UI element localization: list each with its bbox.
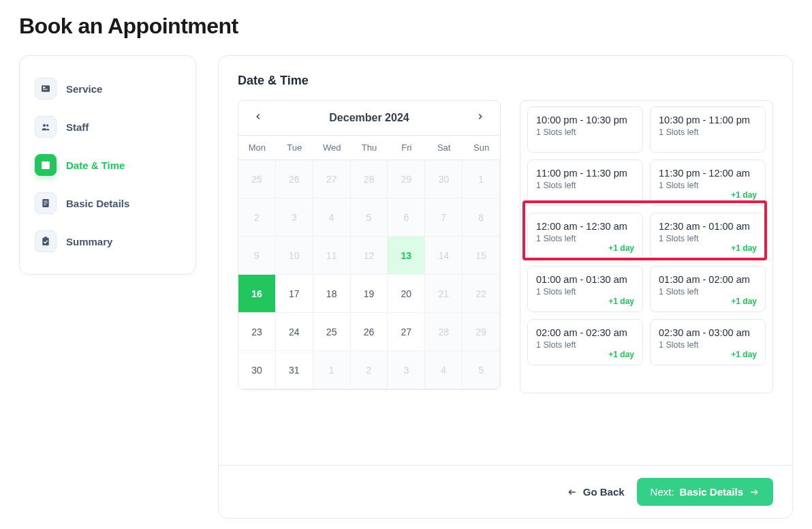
svg-rect-0 bbox=[42, 85, 50, 91]
slot-time-label: 10:00 pm - 10:30 pm bbox=[536, 114, 634, 127]
slot-time-label: 02:00 am - 02:30 am bbox=[536, 327, 634, 339]
calendar-day-cell[interactable]: 16 bbox=[238, 275, 276, 313]
calendar-day-cell[interactable]: 17 bbox=[276, 275, 313, 313]
slot-time-label: 02:30 am - 03:00 am bbox=[659, 327, 757, 339]
card-icon bbox=[35, 78, 57, 100]
slots-left-label: 1 Slots left bbox=[659, 234, 757, 243]
time-slot[interactable]: 01:30 am - 02:00 am1 Slots left+1 day bbox=[650, 266, 766, 312]
slots-left-label: 1 Slots left bbox=[536, 340, 634, 350]
calendar: December 2024 MonTueWedThuFriSatSun25262… bbox=[238, 100, 501, 390]
calendar-day-cell: 4 bbox=[425, 351, 463, 389]
plus-day-badge: +1 day bbox=[731, 297, 757, 306]
svg-rect-14 bbox=[42, 238, 48, 245]
calendar-day-cell: 5 bbox=[351, 198, 388, 237]
svg-point-3 bbox=[43, 124, 46, 127]
calendar-icon bbox=[35, 154, 57, 176]
time-slot[interactable]: 10:00 pm - 10:30 pm1 Slots left bbox=[527, 106, 643, 153]
time-slot[interactable]: 02:00 am - 02:30 am1 Slots left+1 day bbox=[527, 319, 643, 365]
slot-time-label: 01:30 am - 02:00 am bbox=[659, 273, 757, 286]
sidebar-item-label: Basic Details bbox=[66, 198, 129, 209]
time-slot[interactable]: 11:00 pm - 11:30 pm1 Slots left bbox=[527, 160, 643, 206]
slots-left-label: 1 Slots left bbox=[536, 127, 634, 137]
calendar-day-header: Sat bbox=[425, 136, 463, 160]
calendar-day-cell: 4 bbox=[313, 198, 351, 237]
steps-sidebar: ServiceStaffDate & TimeBasic DetailsSumm… bbox=[19, 55, 196, 275]
sidebar-item-staff[interactable]: Staff bbox=[29, 108, 186, 146]
calendar-day-cell: 25 bbox=[238, 160, 276, 198]
go-back-label: Go Back bbox=[583, 486, 625, 498]
next-prefix: Next: bbox=[651, 486, 674, 498]
slots-left-label: 1 Slots left bbox=[659, 127, 757, 137]
time-slot[interactable]: 12:30 am - 01:00 am1 Slots left+1 day bbox=[650, 213, 766, 259]
time-slot[interactable]: 12:00 am - 12:30 am1 Slots left+1 day bbox=[527, 213, 643, 259]
svg-rect-15 bbox=[44, 237, 47, 239]
calendar-day-cell[interactable]: 23 bbox=[238, 313, 276, 351]
calendar-day-cell[interactable]: 19 bbox=[351, 275, 388, 313]
svg-rect-6 bbox=[42, 162, 50, 164]
svg-rect-13 bbox=[44, 205, 46, 205]
calendar-day-cell: 14 bbox=[425, 237, 463, 275]
calendar-day-cell[interactable]: 20 bbox=[388, 275, 425, 313]
plus-day-badge: +1 day bbox=[608, 297, 634, 306]
next-strong: Basic Details bbox=[680, 486, 743, 498]
users-icon bbox=[35, 116, 57, 138]
calendar-day-header: Mon bbox=[238, 136, 276, 160]
main-panel: Date & Time December 2024 MonTueWedThuFr… bbox=[218, 55, 793, 519]
time-slots-panel[interactable]: 10:00 pm - 10:30 pm1 Slots left10:30 pm … bbox=[520, 100, 773, 393]
calendar-day-cell[interactable]: 13 bbox=[388, 237, 425, 275]
slots-left-label: 1 Slots left bbox=[659, 287, 757, 297]
calendar-day-cell[interactable]: 26 bbox=[351, 313, 388, 351]
calendar-day-cell: 5 bbox=[463, 351, 500, 389]
svg-rect-8 bbox=[47, 161, 48, 163]
prev-month-button[interactable] bbox=[251, 109, 266, 127]
time-slot[interactable]: 01:00 am - 01:30 am1 Slots left+1 day bbox=[527, 266, 643, 312]
calendar-day-cell[interactable]: 24 bbox=[276, 313, 313, 351]
sidebar-item-label: Staff bbox=[66, 121, 89, 133]
calendar-day-cell: 29 bbox=[463, 313, 500, 351]
slots-left-label: 1 Slots left bbox=[659, 181, 757, 190]
slots-left-label: 1 Slots left bbox=[659, 340, 757, 350]
svg-rect-12 bbox=[44, 202, 47, 203]
svg-rect-2 bbox=[43, 89, 48, 90]
calendar-day-cell: 12 bbox=[351, 237, 388, 275]
sidebar-item-label: Summary bbox=[66, 236, 112, 247]
slot-time-label: 11:00 pm - 11:30 pm bbox=[536, 167, 634, 180]
calendar-day-cell: 21 bbox=[425, 275, 463, 313]
next-button[interactable]: Next: Basic Details bbox=[637, 478, 773, 506]
calendar-day-cell: 2 bbox=[238, 198, 276, 237]
calendar-day-cell: 27 bbox=[313, 160, 351, 198]
document-icon bbox=[35, 192, 57, 214]
plus-day-badge: +1 day bbox=[731, 243, 757, 253]
slot-time-label: 12:00 am - 12:30 am bbox=[536, 220, 634, 233]
slot-time-label: 12:30 am - 01:00 am bbox=[659, 220, 757, 233]
calendar-day-cell: 8 bbox=[463, 198, 500, 237]
calendar-day-cell[interactable]: 18 bbox=[313, 275, 351, 313]
calendar-day-cell: 28 bbox=[425, 313, 463, 351]
calendar-day-cell: 7 bbox=[425, 198, 463, 237]
calendar-day-cell[interactable]: 27 bbox=[388, 313, 425, 351]
calendar-day-cell[interactable]: 25 bbox=[313, 313, 351, 351]
slot-time-label: 10:30 pm - 11:00 pm bbox=[659, 114, 757, 127]
plus-day-badge: +1 day bbox=[608, 350, 634, 359]
go-back-button[interactable]: Go Back bbox=[567, 486, 625, 498]
svg-rect-11 bbox=[44, 201, 47, 202]
calendar-day-cell: 1 bbox=[463, 160, 500, 198]
sidebar-item-datetime[interactable]: Date & Time bbox=[29, 146, 186, 184]
sidebar-item-service[interactable]: Service bbox=[29, 70, 186, 108]
calendar-day-cell[interactable]: 31 bbox=[276, 351, 313, 389]
time-slot[interactable]: 10:30 pm - 11:00 pm1 Slots left bbox=[650, 106, 766, 153]
slots-left-label: 1 Slots left bbox=[536, 234, 634, 243]
svg-point-4 bbox=[46, 124, 48, 126]
sidebar-item-details[interactable]: Basic Details bbox=[29, 184, 186, 222]
time-slot[interactable]: 02:30 am - 03:00 am1 Slots left+1 day bbox=[650, 319, 766, 365]
sidebar-item-summary[interactable]: Summary bbox=[29, 222, 186, 260]
time-slot[interactable]: 11:30 pm - 12:00 am1 Slots left+1 day bbox=[650, 160, 766, 206]
calendar-day-cell: 3 bbox=[388, 351, 425, 389]
calendar-day-cell: 30 bbox=[425, 160, 463, 198]
calendar-day-cell: 6 bbox=[388, 198, 425, 237]
svg-rect-9 bbox=[43, 165, 44, 166]
calendar-day-header: Thu bbox=[351, 136, 388, 160]
next-month-button[interactable] bbox=[473, 109, 488, 127]
calendar-day-header: Fri bbox=[388, 136, 425, 160]
calendar-day-cell[interactable]: 30 bbox=[238, 351, 276, 389]
